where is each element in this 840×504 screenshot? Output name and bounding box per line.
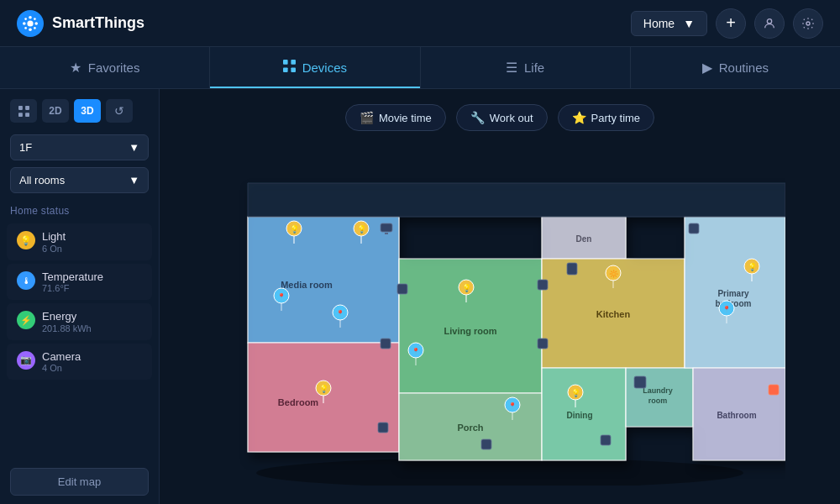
device-plug[interactable] — [538, 280, 548, 290]
refresh-view-btn[interactable]: ↺ — [106, 99, 133, 123]
svg-text:💡: 💡 — [319, 384, 329, 394]
svg-point-7 — [24, 27, 27, 29]
device-thermostat[interactable] — [397, 284, 407, 294]
main-content: 2D 3D ↺ 1F ▼ All rooms ▼ Home status 💡 L… — [0, 89, 840, 504]
svg-rect-12 — [291, 60, 296, 65]
svg-text:📍: 📍 — [722, 305, 731, 313]
device-lock[interactable] — [481, 439, 491, 449]
device-cam[interactable] — [601, 435, 611, 445]
svg-rect-14 — [291, 67, 296, 72]
nav-tabs: ★ Favorites Devices ☰ Life ▶ Routines — [0, 47, 840, 89]
3d-view-btn[interactable]: 3D — [74, 99, 101, 123]
svg-point-10 — [806, 22, 810, 25]
status-camera[interactable]: 📷 Camera 4 On — [7, 344, 152, 381]
star-icon: ★ — [70, 60, 81, 76]
app-name: SmartThings — [52, 14, 144, 32]
grid-icon — [283, 60, 296, 76]
svg-text:💡: 💡 — [571, 388, 581, 398]
device-bedroom-panel[interactable] — [378, 423, 388, 433]
svg-rect-13 — [283, 67, 288, 72]
life-icon: ☰ — [506, 60, 517, 76]
device-sensor[interactable] — [538, 339, 548, 349]
svg-text:📍: 📍 — [277, 292, 286, 301]
energy-icon: ⚡ — [17, 311, 35, 329]
svg-rect-88 — [378, 423, 388, 433]
svg-rect-11 — [283, 60, 288, 65]
svg-rect-87 — [769, 385, 779, 395]
tab-favorites[interactable]: ★ Favorites — [0, 47, 210, 88]
svg-rect-78 — [381, 339, 391, 349]
svg-text:💡: 💡 — [748, 262, 758, 272]
svg-text:Den: Den — [576, 234, 592, 244]
svg-text:Bathroom: Bathroom — [717, 411, 756, 420]
svg-text:Media room: Media room — [281, 280, 333, 290]
workout-icon: 🔧 — [470, 111, 485, 124]
svg-text:Bedroom: Bedroom — [278, 397, 319, 407]
svg-point-5 — [24, 18, 27, 20]
floor-selector[interactable]: 1F ▼ — [10, 134, 149, 160]
temperature-icon: 🌡 — [17, 271, 35, 290]
workout-button[interactable]: 🔧 Work out — [456, 104, 548, 131]
status-temperature[interactable]: 🌡 Temperature 71.6°F — [7, 264, 152, 301]
svg-text:Primary: Primary — [717, 289, 749, 298]
map-content: 🎬 Movie time 🔧 Work out ⭐ Party time — [160, 89, 840, 504]
add-button[interactable]: + — [716, 8, 746, 39]
floor-plan-svg: Media room Bedroom Living room Porch Den — [214, 150, 785, 486]
chevron-down-icon: ▼ — [683, 17, 695, 30]
profile-button[interactable] — [754, 8, 785, 39]
svg-rect-86 — [689, 223, 699, 234]
device-bath-panel[interactable] — [769, 385, 779, 395]
movie-time-button[interactable]: 🎬 Movie time — [345, 104, 446, 131]
svg-point-8 — [34, 27, 36, 29]
play-icon: ▶ — [702, 60, 712, 76]
svg-text:Dining: Dining — [566, 411, 592, 420]
2d-view-btn[interactable]: 2D — [42, 99, 69, 123]
svg-point-19 — [256, 458, 743, 486]
home-selector[interactable]: Home ▼ — [631, 11, 707, 36]
svg-text:Kitchen: Kitchen — [596, 309, 631, 319]
svg-rect-85 — [567, 263, 577, 275]
svg-point-4 — [34, 22, 38, 25]
svg-text:📍: 📍 — [412, 347, 420, 355]
tab-routines[interactable]: ▶ Routines — [631, 47, 840, 88]
home-status-title: Home status — [0, 197, 159, 222]
svg-text:Porch: Porch — [457, 423, 483, 433]
device-speaker[interactable] — [381, 339, 391, 349]
party-time-button[interactable]: ⭐ Party time — [558, 104, 655, 131]
svg-rect-76 — [381, 223, 392, 232]
svg-rect-79 — [397, 284, 407, 294]
header: SmartThings Home ▼ + — [0, 0, 840, 47]
camera-icon: 📷 — [17, 351, 35, 370]
tab-life[interactable]: ☰ Life — [421, 47, 631, 88]
svg-point-6 — [34, 18, 36, 20]
device-kitchen-panel[interactable] — [567, 263, 577, 275]
svg-point-2 — [29, 28, 32, 31]
svg-point-3 — [23, 22, 26, 25]
tab-devices[interactable]: Devices — [210, 47, 420, 88]
status-energy[interactable]: ⚡ Energy 201.88 kWh — [7, 303, 152, 340]
chevron-icon: ▼ — [129, 174, 139, 186]
grid-view-btn[interactable] — [10, 99, 37, 123]
svg-point-9 — [767, 18, 771, 23]
svg-rect-82 — [481, 439, 491, 449]
svg-text:🔆: 🔆 — [609, 269, 619, 279]
device-primary-panel[interactable] — [689, 223, 699, 234]
svg-rect-17 — [18, 113, 23, 117]
device-washer[interactable] — [634, 376, 646, 388]
svg-text:📍: 📍 — [508, 402, 517, 410]
svg-rect-80 — [538, 280, 548, 290]
svg-rect-15 — [18, 106, 23, 110]
edit-map-button[interactable]: Edit map — [10, 468, 149, 496]
movie-icon: 🎬 — [360, 111, 374, 124]
settings-button[interactable] — [793, 8, 823, 39]
home-label: Home — [643, 17, 675, 30]
party-icon: ⭐ — [572, 111, 586, 124]
svg-marker-42 — [248, 183, 785, 217]
svg-rect-83 — [601, 435, 611, 445]
room-selector[interactable]: All rooms ▼ — [10, 167, 149, 193]
svg-text:💡: 💡 — [357, 224, 367, 234]
svg-text:💡: 💡 — [462, 283, 472, 293]
light-icon: 💡 — [17, 231, 35, 249]
status-light[interactable]: 💡 Light 6 On — [7, 223, 152, 260]
logo-icon — [17, 10, 44, 37]
